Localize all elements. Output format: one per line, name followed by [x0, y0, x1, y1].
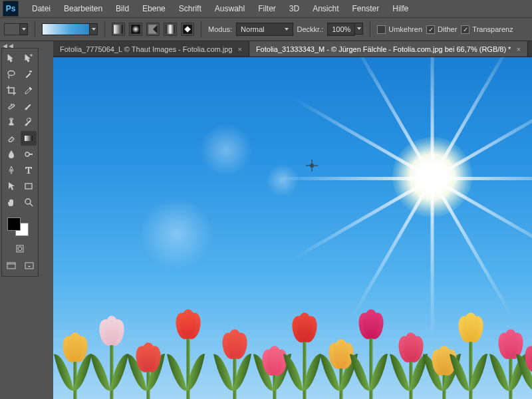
checkbox-icon: [377, 25, 386, 34]
document-tabs: Fotolia_7775064_L © Thaut Images - Fotol…: [53, 41, 532, 57]
tulip: [519, 332, 532, 399]
deckkraft-input[interactable]: [327, 23, 355, 36]
lasso-tool[interactable]: [3, 67, 19, 82]
checkbox-icon: ✓: [461, 25, 469, 34]
checkbox-icon: ✓: [426, 25, 435, 34]
tulip: [170, 299, 207, 399]
svg-point-9: [9, 118, 13, 120]
pen-tool[interactable]: [3, 163, 19, 178]
canvas[interactable]: [53, 57, 532, 399]
tulip: [352, 299, 390, 399]
tulip: [286, 303, 323, 399]
svg-point-14: [25, 199, 31, 204]
transparenz-checkbox[interactable]: ✓ Transparenz: [461, 25, 513, 34]
menu-bearbeiten[interactable]: Bearbeiten: [57, 0, 109, 17]
history-brush-tool[interactable]: [21, 115, 37, 130]
modus-dropdown[interactable]: Normal: [236, 23, 293, 36]
path-select-tool[interactable]: [3, 179, 19, 194]
dither-checkbox[interactable]: ✓ Dither: [426, 25, 457, 34]
eyedropper-tool[interactable]: [21, 83, 37, 98]
modus-label: Modus:: [208, 25, 232, 33]
crop-tool[interactable]: [3, 83, 19, 98]
color-swatches[interactable]: [3, 213, 37, 237]
modus-value: Normal: [241, 25, 264, 33]
umkehren-label: Umkehren: [388, 25, 422, 33]
svg-rect-4: [166, 25, 175, 34]
close-icon[interactable]: ×: [237, 45, 241, 53]
separator: [104, 21, 105, 37]
gradient-radial-icon[interactable]: [129, 23, 142, 36]
separator: [370, 21, 370, 37]
tool-preset-picker[interactable]: [4, 23, 20, 35]
move-tool[interactable]: [3, 51, 19, 66]
healing-brush-tool[interactable]: [3, 99, 19, 114]
rectangle-tool[interactable]: [21, 179, 37, 194]
type-tool[interactable]: [21, 163, 37, 178]
svg-point-2: [132, 25, 139, 33]
lens-flare: [200, 124, 253, 177]
menu-ebene[interactable]: Ebene: [136, 0, 172, 17]
menu-auswahl[interactable]: Auswahl: [208, 0, 251, 17]
gradient-preview[interactable]: [42, 23, 90, 35]
svg-point-11: [25, 152, 29, 156]
quick-mask-tool[interactable]: [12, 241, 28, 256]
tulip: [93, 306, 130, 399]
separator: [201, 21, 201, 37]
image-sun: [392, 137, 472, 217]
transparenz-label: Transparenz: [472, 25, 513, 33]
menu-fenster[interactable]: Fenster: [346, 0, 386, 17]
svg-rect-17: [7, 263, 15, 269]
menu-3d[interactable]: 3D: [283, 0, 306, 17]
lens-flare: [140, 197, 213, 270]
gradient-angle-icon[interactable]: [146, 23, 160, 36]
menu-ansicht[interactable]: Ansicht: [306, 0, 345, 17]
clone-stamp-tool[interactable]: [3, 115, 19, 130]
tab-title: Fotolia_31333343_M - © Jürgen Fälchle - …: [256, 45, 511, 53]
gradient-tool[interactable]: [21, 131, 37, 146]
svg-point-7: [8, 71, 15, 76]
blur-tool[interactable]: [3, 147, 19, 162]
svg-rect-13: [25, 184, 32, 189]
menu-bild[interactable]: Bild: [109, 0, 136, 17]
hand-tool[interactable]: [3, 195, 19, 209]
screen-mode-dropdown[interactable]: [21, 259, 37, 273]
artboard-tool[interactable]: [21, 51, 37, 66]
dither-label: Dither: [438, 25, 457, 33]
svg-point-12: [11, 170, 12, 171]
tool-preset-dropdown[interactable]: [20, 23, 28, 35]
close-icon[interactable]: ×: [516, 45, 520, 53]
gradient-diamond-icon[interactable]: [181, 23, 194, 36]
tab-document-2[interactable]: Fotolia_31333343_M - © Jürgen Fälchle - …: [249, 41, 528, 57]
menu-hilfe[interactable]: Hilfe: [386, 0, 415, 17]
gradient-linear-icon[interactable]: [112, 23, 125, 36]
tulip: [130, 332, 167, 399]
foreground-color[interactable]: [7, 217, 21, 231]
tab-document-1[interactable]: Fotolia_7775064_L © Thaut Images - Fotol…: [53, 41, 249, 57]
svg-rect-18: [25, 263, 33, 269]
svg-point-16: [18, 247, 22, 251]
zoom-tool[interactable]: [21, 195, 37, 209]
gradient-reflected-icon[interactable]: [164, 23, 177, 36]
eraser-tool[interactable]: [3, 131, 19, 146]
lens-flare: [266, 164, 299, 197]
menu-datei[interactable]: Datei: [25, 0, 57, 17]
svg-rect-10: [25, 136, 33, 141]
options-bar: Modus: Normal Deckkr.: Umkehren ✓ Dither…: [0, 17, 532, 41]
gradient-picker-dropdown[interactable]: [90, 23, 98, 35]
brush-tool[interactable]: [21, 99, 37, 114]
separator: [35, 21, 35, 37]
dodge-tool[interactable]: [21, 147, 37, 162]
tab-title: Fotolia_7775064_L © Thaut Images - Fotol…: [60, 45, 232, 53]
umkehren-checkbox[interactable]: Umkehren: [377, 25, 422, 34]
menu-schrift[interactable]: Schrift: [172, 0, 208, 17]
tulip: [57, 323, 94, 399]
deckkraft-dropdown[interactable]: [355, 23, 363, 35]
tool-panel: [1, 48, 39, 277]
magic-wand-tool[interactable]: [21, 67, 37, 82]
menu-filter[interactable]: Filter: [251, 0, 283, 17]
menu-bar: Ps Datei Bearbeiten Bild Ebene Schrift A…: [0, 0, 532, 17]
screen-mode-tool[interactable]: [3, 259, 19, 273]
app-logo: Ps: [3, 1, 19, 17]
deckkraft-label: Deckkr.:: [297, 25, 324, 33]
tulip: [452, 303, 489, 399]
